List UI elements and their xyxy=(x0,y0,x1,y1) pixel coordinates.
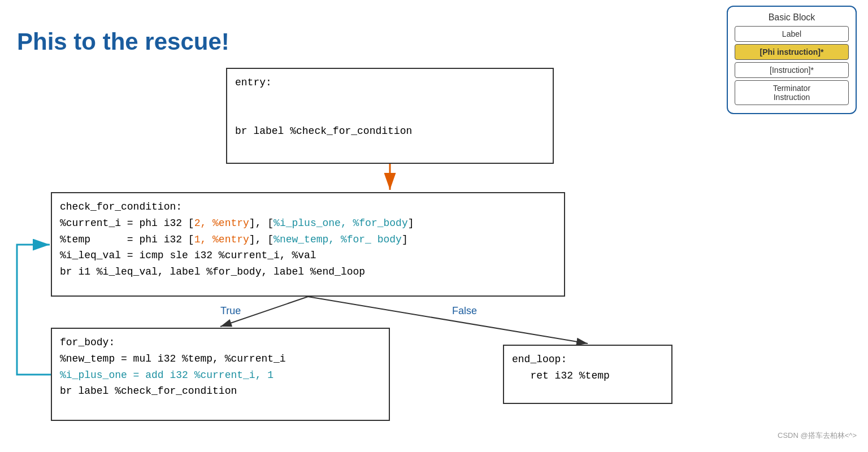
check-line3: %i_leq_val = icmp sle i32 %current_i, %v… xyxy=(60,247,556,264)
false-label: False xyxy=(452,305,477,317)
endloop-label: end_loop: xyxy=(512,351,663,368)
forbody-block: for_body: %new_temp = mul i32 %temp, %cu… xyxy=(51,328,390,421)
legend-box: Basic Block Label [Phi instruction]* [In… xyxy=(727,6,857,114)
forbody-line3: br label %check_for_condition xyxy=(60,383,381,399)
legend-terminator: TerminatorInstruction xyxy=(735,80,849,105)
legend-label: Label xyxy=(735,26,849,42)
entry-body: br label %check_for_condition xyxy=(235,125,412,137)
legend-phi: [Phi instruction]* xyxy=(735,44,849,60)
true-label: True xyxy=(220,305,241,317)
entry-block: entry: br label %check_for_condition xyxy=(226,68,554,164)
page-title: Phis to the rescue! xyxy=(17,28,229,55)
legend-instruction: [Instruction]* xyxy=(735,62,849,78)
legend-title: Basic Block xyxy=(735,12,849,23)
check-label: check_for_condition: xyxy=(60,199,556,215)
check-line4: br i1 %i_leq_val, label %for_body, label… xyxy=(60,264,556,280)
entry-label: entry: xyxy=(235,77,272,88)
watermark: CSDN @搭车去柏林<^> xyxy=(778,431,857,441)
check-line1: %current_i = phi i32 [2, %entry], [%i_pl… xyxy=(60,215,556,232)
check-line2: %temp = phi i32 [1, %entry], [%new_temp,… xyxy=(60,232,556,248)
forbody-label: for_body: xyxy=(60,334,381,351)
check-block: check_for_condition: %current_i = phi i3… xyxy=(51,192,565,297)
endloop-block: end_loop: ret i32 %temp xyxy=(503,345,672,404)
forbody-line2: %i_plus_one = add i32 %current_i, 1 xyxy=(60,367,381,384)
endloop-line1: ret i32 %temp xyxy=(512,368,663,384)
forbody-line1: %new_temp = mul i32 %temp, %current_i xyxy=(60,351,381,367)
